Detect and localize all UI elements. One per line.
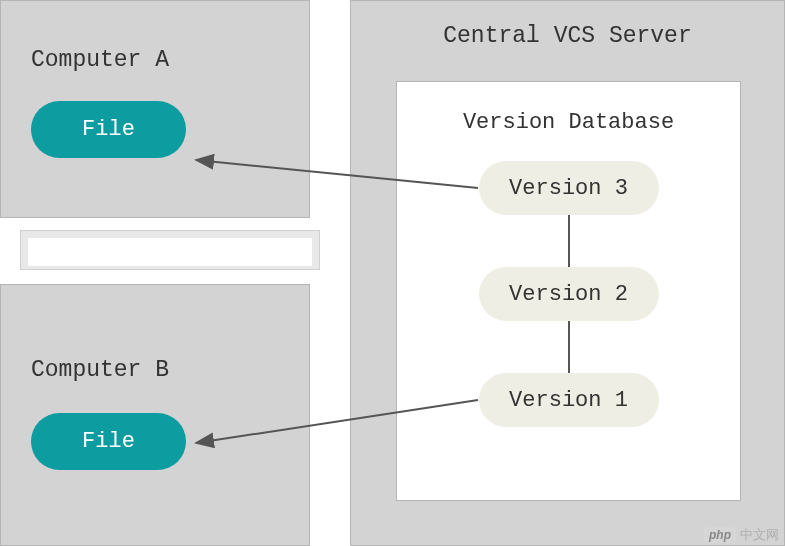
watermark-text: 中文网 — [740, 526, 779, 544]
file-node-a: File — [31, 101, 186, 158]
server-box: Central VCS Server Version Database Vers… — [350, 0, 785, 546]
server-title: Central VCS Server — [351, 23, 784, 49]
version-node: Version 1 — [479, 373, 659, 427]
computer-a-box: Computer A File — [0, 0, 310, 218]
database-title: Version Database — [397, 110, 740, 135]
version-list: Version 3 Version 2 Version 1 — [397, 161, 740, 427]
computer-b-box: Computer B File — [0, 284, 310, 546]
version-node: Version 2 — [479, 267, 659, 321]
watermark: php 中文网 — [704, 526, 779, 544]
connector-line — [568, 215, 570, 267]
computer-a-title: Computer A — [31, 47, 309, 73]
computer-b-title: Computer B — [31, 357, 309, 383]
connector-line — [568, 321, 570, 373]
version-database-panel: Version Database Version 3 Version 2 Ver… — [396, 81, 741, 501]
file-node-b: File — [31, 413, 186, 470]
version-node: Version 3 — [479, 161, 659, 215]
watermark-badge: php — [704, 527, 736, 543]
background-layer — [28, 238, 312, 266]
